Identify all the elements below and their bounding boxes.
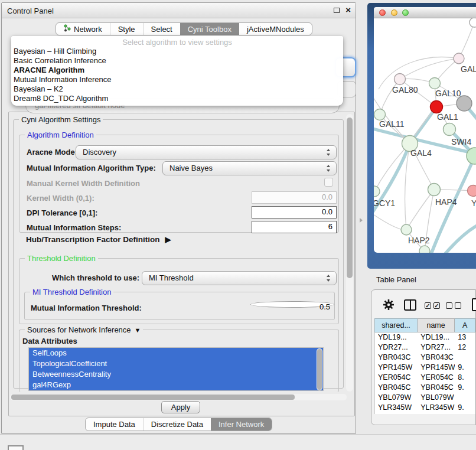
- select-all-checkboxes-icon[interactable]: ✓ ✓: [425, 302, 440, 309]
- scrollbar-thumb[interactable]: [347, 118, 353, 278]
- algorithm-option[interactable]: Dream8 DC_TDC Algorithm: [11, 94, 343, 103]
- tab-jactivemnodules[interactable]: jActiveMNodules: [239, 23, 312, 35]
- which-threshold-value: MI Threshold: [149, 273, 194, 282]
- table-row[interactable]: YER054CYER054C8.: [375, 373, 475, 383]
- close-icon[interactable]: ×: [345, 5, 351, 15]
- mi-type-value: Naive Bayes: [169, 164, 213, 172]
- tab-style[interactable]: Style: [110, 23, 143, 35]
- minimize-traffic-light[interactable]: [391, 9, 397, 16]
- minimized-panel-button[interactable]: [8, 445, 24, 450]
- node-label: GAL1: [437, 112, 458, 122]
- network-node-gal80[interactable]: [395, 74, 406, 85]
- scrollbar-thumb[interactable]: [317, 349, 322, 390]
- tab-style-label: Style: [118, 25, 135, 34]
- node-label: GAL: [461, 64, 476, 74]
- network-node-hap4[interactable]: [428, 184, 441, 196]
- list-vertical-scrollbar[interactable]: [317, 348, 322, 390]
- scrollbar-thumb[interactable]: [11, 394, 295, 400]
- node-table: shared... name A YDL19...YDL19...13 YDR2…: [374, 318, 475, 425]
- which-threshold-combo[interactable]: MI Threshold: [142, 271, 337, 285]
- network-node-pink[interactable]: [468, 185, 476, 197]
- column-header-name[interactable]: name: [418, 318, 455, 332]
- network-node[interactable]: [444, 123, 456, 136]
- cell: YDL19...: [418, 332, 455, 343]
- table-row[interactable]: YBR045CYBR045C9.: [375, 383, 475, 393]
- dpi-tolerance-field[interactable]: 0.0: [252, 206, 337, 219]
- aracne-mode-combo[interactable]: Discovery: [76, 145, 337, 159]
- data-attributes-list: SelfLoops TopologicalCoefficient Between…: [28, 347, 324, 391]
- tab-infer-network-label: Infer Network: [219, 420, 264, 429]
- cell: YBR045C: [418, 383, 455, 393]
- sources-toggle[interactable]: Sources for Network Inference▼: [25, 325, 143, 334]
- algorithm-option-selected[interactable]: ARACNE Algorithm: [11, 66, 343, 75]
- network-window-titlebar[interactable]: [374, 7, 476, 18]
- network-node-gcy1[interactable]: [374, 186, 380, 197]
- network-node[interactable]: [419, 246, 430, 253]
- tab-network-label: Network: [74, 25, 102, 34]
- combo-arrows-icon: [327, 149, 331, 156]
- mi-algorithm-type-combo[interactable]: Naive Bayes: [162, 161, 337, 175]
- cell: YLR345W: [375, 403, 418, 413]
- table-row[interactable]: YDL19...YDL19...13: [375, 332, 475, 343]
- algorithm-option[interactable]: Basic Correlation Inference: [11, 56, 343, 66]
- control-panel-window: Control Panel × Network Style Select Cyn…: [1, 2, 356, 434]
- attribute-item-selected[interactable]: BetweennessCentrality: [29, 369, 323, 380]
- column-header-shared-name[interactable]: shared...: [374, 318, 418, 332]
- cell: YDL19...: [375, 332, 418, 343]
- tab-cyni-toolbox[interactable]: Cyni Toolbox: [180, 23, 239, 35]
- cell: YBR045C: [375, 383, 418, 393]
- table-panel: ✓ ✓ shared... name A YDL19...YDL19...13 …: [371, 289, 476, 425]
- tab-network[interactable]: Network: [56, 23, 110, 35]
- network-node[interactable]: [454, 53, 464, 64]
- apply-button[interactable]: Apply: [161, 401, 200, 413]
- settings-vertical-scrollbar[interactable]: [346, 114, 353, 392]
- close-traffic-light[interactable]: [379, 9, 386, 16]
- cell: 9.: [455, 383, 475, 393]
- mi-steps-field[interactable]: 6: [252, 221, 337, 233]
- network-node-gal11[interactable]: [374, 109, 386, 120]
- panel-splitter-handle[interactable]: [360, 218, 363, 223]
- table-row[interactable]: YBR043CYBR043C: [375, 353, 475, 363]
- gear-icon[interactable]: [383, 299, 395, 313]
- network-node-gal10[interactable]: [429, 78, 441, 89]
- table-row[interactable]: YPR145WYPR145W9.: [375, 363, 475, 373]
- table-row[interactable]: YDR27...YDR27...12: [375, 343, 475, 353]
- network-node[interactable]: [470, 18, 476, 27]
- algorithm-option[interactable]: Bayesian – K2: [11, 84, 343, 94]
- node-label: SWI4: [451, 137, 471, 146]
- hub-definition-toggle[interactable]: Hub/Transcription Factor Definition▶: [26, 235, 171, 244]
- network-node-red[interactable]: [431, 101, 443, 113]
- tab-infer-network[interactable]: Infer Network: [211, 418, 272, 431]
- zoom-traffic-light[interactable]: [402, 9, 409, 16]
- deselect-all-checkboxes-icon[interactable]: [446, 302, 461, 309]
- manual-kernel-checkbox[interactable]: [324, 178, 333, 187]
- node-label: GAL10: [435, 89, 461, 98]
- attribute-item-selected[interactable]: TopologicalCoefficient: [29, 358, 323, 369]
- table-row[interactable]: YBL079WYBL079W: [375, 393, 475, 403]
- settings-horizontal-scrollbar[interactable]: [10, 394, 347, 400]
- tab-impute-data[interactable]: Impute Data: [86, 418, 143, 431]
- float-window-icon[interactable]: [334, 8, 340, 13]
- network-node-hap2[interactable]: [401, 224, 412, 235]
- table-toolbar: ✓ ✓: [371, 290, 475, 317]
- table-rows: YDL19...YDL19...13 YDR27...YDR27...12 YB…: [374, 332, 475, 414]
- table-row[interactable]: YIL052CYIL052C0.: [375, 413, 475, 414]
- mi-steps-label: Mutual Information Steps:: [27, 223, 121, 232]
- mi-threshold-field[interactable]: 0.5: [250, 301, 334, 308]
- network-canvas[interactable]: GAL GAL80 GAL10 GAL1 GAL11 GAL4 SWI4 GCY…: [374, 18, 476, 253]
- cell: 13: [455, 332, 475, 343]
- attribute-item-selected[interactable]: SelfLoops: [29, 348, 323, 358]
- group-title: Cyni Algorithm Settings: [19, 115, 103, 124]
- tab-select[interactable]: Select: [143, 23, 180, 35]
- attribute-item-selected[interactable]: gal4RGexp: [29, 380, 323, 390]
- column-header-third[interactable]: A: [455, 318, 475, 332]
- algorithm-option[interactable]: Bayesian – Hill Climbing: [11, 47, 343, 56]
- kernel-width-field[interactable]: 0.0: [252, 191, 337, 204]
- table-row[interactable]: YLR345WYLR345W9.: [375, 403, 475, 413]
- aracne-mode-value: Discovery: [83, 148, 116, 156]
- algorithm-option[interactable]: Mutual Information Inference: [11, 75, 343, 84]
- cell: 9.: [455, 403, 475, 413]
- tab-discretize-data[interactable]: Discretize Data: [143, 418, 211, 431]
- columns-icon[interactable]: [404, 299, 416, 311]
- export-table-icon[interactable]: [472, 298, 476, 311]
